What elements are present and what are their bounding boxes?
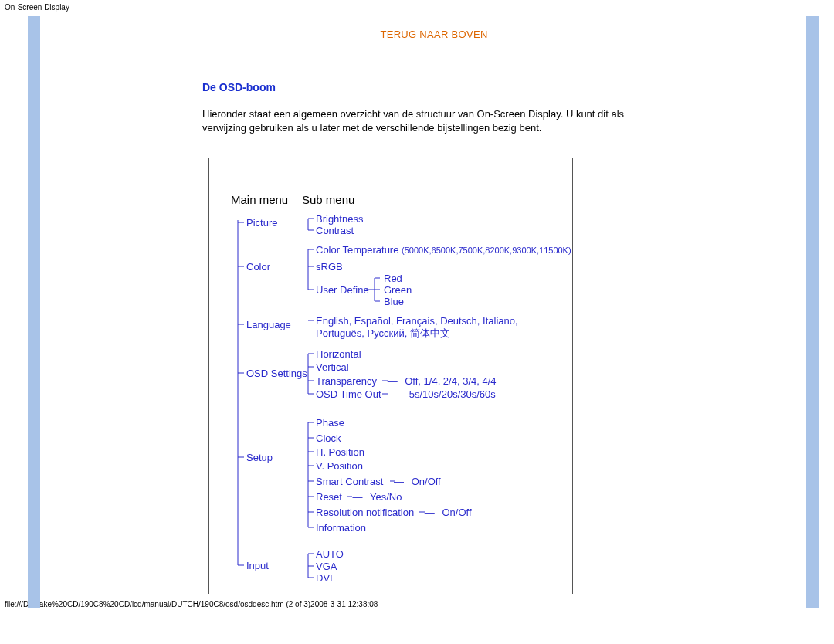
- sub-osd-timeout-values: 5s/10s/20s/30s/60s: [409, 388, 496, 400]
- sub-transparency-values: Off, 1/4, 2/4, 3/4, 4/4: [405, 375, 496, 387]
- main-content: TERUG NAAR BOVEN De OSD-boom Hieronder s…: [202, 16, 666, 594]
- dash-icon: —: [425, 507, 435, 518]
- sub-color-temperature: Color Temperature (5000K,6500K,7500K,820…: [316, 244, 571, 256]
- main-setup: Setup: [246, 452, 273, 463]
- section-heading: De OSD-boom: [202, 81, 666, 93]
- right-blue-band: [806, 16, 819, 608]
- sub-auto: AUTO: [316, 548, 344, 560]
- footer-path: file:///D|/make%20CD/190C8%20CD/lcd/manu…: [0, 594, 834, 608]
- intro-paragraph: Hieronder staat een algemeen overzicht v…: [202, 107, 666, 134]
- sub-clock: Clock: [316, 432, 341, 444]
- page-title-small: On-Screen Display: [0, 0, 834, 12]
- divider: [202, 59, 666, 59]
- back-to-top-link[interactable]: TERUG NAAR BOVEN: [202, 29, 666, 48]
- dash-icon: —: [392, 388, 402, 400]
- sub-phase: Phase: [316, 417, 344, 429]
- main-color: Color: [246, 261, 270, 273]
- sub-brightness: Brightness: [316, 213, 363, 225]
- dash-icon: —: [388, 375, 398, 387]
- dash-icon: —: [394, 476, 404, 487]
- sub-resolution-notification-label: Resolution notification: [316, 507, 414, 518]
- sub-blue: Blue: [384, 296, 404, 307]
- sub-contrast: Contrast: [316, 225, 354, 236]
- sub-transparency: Transparency — Off, 1/4, 2/4, 3/4, 4/4: [316, 375, 497, 387]
- sub-resolution-notification-values: On/Off: [442, 507, 471, 518]
- sub-vertical: Vertical: [316, 361, 349, 373]
- main-menu-header: Main menu: [231, 193, 288, 206]
- sub-osd-timeout: OSD Time Out — 5s/10s/20s/30s/60s: [316, 388, 496, 400]
- sub-vga: VGA: [316, 561, 337, 572]
- sub-green: Green: [384, 284, 412, 296]
- sub-user-define: User Define: [316, 284, 369, 296]
- sub-resolution-notification: Resolution notification — On/Off: [316, 507, 472, 518]
- sub-horizontal: Horizontal: [316, 348, 361, 360]
- sub-h-position: H. Position: [316, 446, 364, 458]
- main-osd-settings: OSD Settings: [246, 368, 307, 379]
- osd-tree-diagram: Main menu Sub menu Picture Color Languag…: [208, 158, 573, 594]
- sub-transparency-label: Transparency: [316, 375, 377, 387]
- sub-languages-list: English, Español, Français, Deutsch, Ita…: [316, 315, 563, 341]
- page-body: TERUG NAAR BOVEN De OSD-boom Hieronder s…: [0, 16, 834, 594]
- left-blue-band: [28, 16, 40, 608]
- sub-smart-contrast-label: Smart Contrast: [316, 476, 383, 487]
- main-picture: Picture: [246, 217, 277, 229]
- sub-v-position: V. Position: [316, 460, 363, 472]
- sub-smart-contrast-values: On/Off: [412, 476, 441, 487]
- sub-reset: Reset — Yes/No: [316, 491, 402, 503]
- sub-osd-timeout-label: OSD Time Out: [316, 388, 381, 400]
- sub-dvi: DVI: [316, 572, 333, 584]
- sub-menu-header: Sub menu: [302, 193, 354, 206]
- sub-color-temperature-values: (5000K,6500K,7500K,8200K,9300K,11500K): [402, 246, 571, 255]
- sub-information: Information: [316, 522, 366, 534]
- sub-reset-label: Reset: [316, 491, 342, 503]
- sub-red: Red: [384, 273, 402, 284]
- sub-reset-values: Yes/No: [370, 491, 402, 503]
- sub-smart-contrast: Smart Contrast — On/Off: [316, 476, 441, 487]
- sub-color-temperature-label: Color Temperature: [316, 244, 398, 256]
- main-input: Input: [246, 560, 269, 571]
- main-language: Language: [246, 319, 291, 330]
- dash-icon: —: [353, 491, 363, 503]
- sub-srgb: sRGB: [316, 261, 343, 273]
